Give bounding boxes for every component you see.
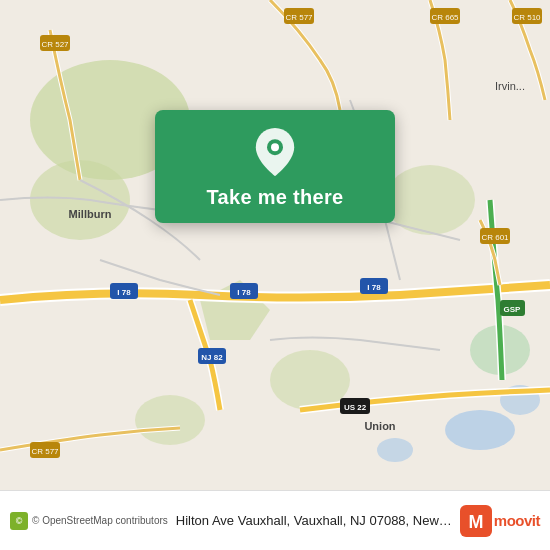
svg-text:CR 527: CR 527	[41, 40, 69, 49]
openstreetmap-attribution: © © OpenStreetMap contributors	[10, 512, 168, 530]
moovit-icon: M	[460, 505, 492, 537]
svg-point-5	[135, 395, 205, 445]
svg-point-10	[377, 438, 413, 462]
location-pin-icon	[251, 128, 299, 176]
map-container: I 78 I 78 I 78 NJ 82 US 22 GSP CR 527 CR…	[0, 0, 550, 490]
svg-text:I 78: I 78	[367, 283, 381, 292]
svg-text:CR 577: CR 577	[285, 13, 313, 22]
svg-text:Union: Union	[364, 420, 395, 432]
svg-text:GSP: GSP	[504, 305, 522, 314]
svg-text:NJ 82: NJ 82	[201, 353, 223, 362]
svg-text:CR 601: CR 601	[481, 233, 509, 242]
svg-text:CR 510: CR 510	[513, 13, 541, 22]
address-text: Hilton Ave Vauxhall, Vauxhall, NJ 07088,…	[168, 513, 460, 528]
osm-icon: ©	[10, 512, 28, 530]
svg-text:M: M	[468, 512, 483, 532]
moovit-logo: M moovit	[460, 505, 540, 537]
moovit-text: moovit	[494, 512, 540, 529]
svg-text:US 22: US 22	[344, 403, 367, 412]
svg-text:Millburn: Millburn	[69, 208, 112, 220]
bottom-bar: © © OpenStreetMap contributors Hilton Av…	[0, 490, 550, 550]
svg-point-39	[271, 143, 279, 151]
svg-text:Irvin...: Irvin...	[495, 80, 525, 92]
svg-point-4	[270, 350, 350, 410]
svg-text:CR 577: CR 577	[31, 447, 59, 456]
osm-attribution-text: © OpenStreetMap contributors	[32, 515, 168, 526]
svg-text:I 78: I 78	[237, 288, 251, 297]
take-me-there-label: Take me there	[207, 186, 344, 209]
take-me-there-card[interactable]: Take me there	[155, 110, 395, 223]
svg-text:CR 665: CR 665	[431, 13, 459, 22]
svg-point-8	[445, 410, 515, 450]
svg-text:I 78: I 78	[117, 288, 131, 297]
